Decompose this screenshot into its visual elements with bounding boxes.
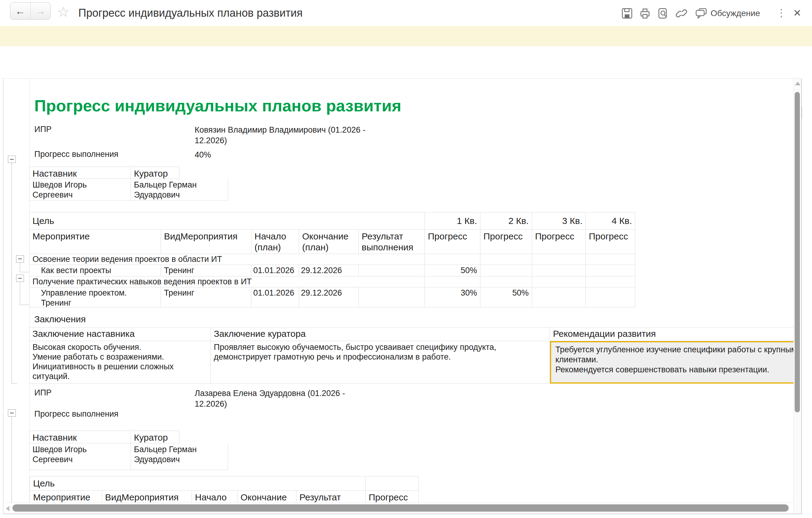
table-cell[interactable]: [481, 276, 532, 287]
quarter-header-cell[interactable]: 4 Кв.: [586, 212, 635, 230]
q4-progress-cell[interactable]: [586, 287, 635, 307]
activity-kind-cell[interactable]: Тренинг: [161, 287, 252, 307]
table-cell[interactable]: [532, 254, 586, 265]
curator-header-cell[interactable]: Куратор: [131, 166, 179, 179]
column-header-cell[interactable]: Окончание (план): [299, 230, 359, 254]
column-header-cell[interactable]: Начало (план): [252, 230, 299, 254]
group-line: [11, 417, 12, 502]
close-icon[interactable]: ✕: [793, 7, 801, 19]
group-line: [11, 163, 12, 383]
activity-cell[interactable]: Управление проектом. Тренинг: [29, 287, 161, 307]
mentor-table-2: Наставник Куратор Шведов Игорь Сергеевич…: [29, 431, 228, 470]
curator-cell[interactable]: Бальцер Герман Эдуардович: [131, 443, 228, 470]
ipr-value[interactable]: Ковязин Владимир Владимирович (01.2026 -…: [195, 125, 377, 146]
mentor-cell[interactable]: Шведов Игорь Сергеевич: [29, 443, 131, 470]
goal-header-cell[interactable]: Цель: [30, 476, 366, 491]
q1-progress-cell[interactable]: 50%: [425, 265, 481, 276]
goal-table-1: Цель 1 Кв. 2 Кв. 3 Кв. 4 Кв. Мероприятие…: [29, 212, 635, 307]
group-line: [11, 383, 17, 384]
group-collapse-button[interactable]: [16, 255, 24, 263]
discussion-label[interactable]: Обсуждение: [710, 8, 760, 18]
filter-bar: – ... Подразделение:: [0, 26, 812, 46]
back-button[interactable]: ←: [10, 3, 31, 19]
print-icon[interactable]: [639, 7, 651, 20]
ipr-label[interactable]: ИПР: [34, 125, 52, 134]
discussion-icon[interactable]: [695, 7, 707, 20]
group-line: [20, 305, 29, 305]
column-header-cell[interactable]: Прогресс: [481, 230, 532, 254]
report-panel: Прогресс индивидуальных планов развития …: [3, 78, 802, 514]
group-line: [20, 272, 29, 272]
column-header-cell[interactable]: Прогресс: [586, 230, 635, 254]
quarter-header-cell[interactable]: 3 Кв.: [532, 212, 586, 230]
scroll-up-arrow[interactable]: [795, 82, 801, 85]
group-collapse-button[interactable]: [16, 275, 24, 282]
progress-value[interactable]: 40%: [195, 150, 377, 160]
mentor-header-cell[interactable]: Наставник: [29, 431, 131, 443]
end-date-cell[interactable]: 29.12.2026: [299, 287, 359, 307]
goal-group-row[interactable]: Получение практических навыков ведения п…: [29, 276, 425, 287]
curator-header-cell[interactable]: Куратор: [131, 431, 179, 443]
result-cell[interactable]: [359, 265, 425, 276]
start-date-cell[interactable]: 01.01.2026: [252, 265, 299, 276]
column-header-cell[interactable]: Прогресс: [532, 230, 586, 254]
window-header: ← → ☆ Прогресс индивидуальных планов раз…: [0, 0, 812, 26]
nav-button-group: ← →: [10, 2, 51, 20]
result-cell[interactable]: [359, 287, 425, 307]
q3-progress-cell[interactable]: [532, 287, 586, 307]
quarter-header-cell[interactable]: 1 Кв.: [425, 212, 481, 230]
activity-kind-cell[interactable]: Тренинг: [161, 265, 252, 276]
table-cell[interactable]: [481, 254, 532, 265]
report-toolbar: Сформировать Настройки...: [0, 46, 812, 78]
column-header-cell[interactable]: ВидМероприятия: [161, 230, 252, 254]
end-date-cell[interactable]: 29.12.2026: [299, 265, 359, 276]
table-cell[interactable]: [586, 276, 635, 287]
mentor-cell[interactable]: Шведов Игорь Сергеевич: [29, 179, 131, 201]
curator-cell[interactable]: Бальцер Герман Эдуардович: [131, 179, 228, 201]
table-cell[interactable]: [366, 476, 419, 491]
mentor-conclusion-cell[interactable]: Высокая скорость обучения. Умение работа…: [29, 341, 211, 384]
favorite-star-icon[interactable]: ☆: [57, 4, 69, 20]
more-menu-icon[interactable]: ⋮: [776, 7, 786, 19]
recommendations-header[interactable]: Рекомендации развития: [550, 328, 802, 341]
curator-conclusion-cell[interactable]: Проявляет высокую обучаемость, быстро ус…: [211, 341, 550, 384]
mentor-conclusion-header[interactable]: Заключение наставника: [29, 328, 211, 341]
progress-label[interactable]: Прогресс выполнения: [34, 150, 118, 159]
mentor-header-cell[interactable]: Наставник: [29, 166, 131, 179]
goal-header-cell[interactable]: Цель: [29, 212, 425, 230]
vertical-scrollbar-thumb[interactable]: [795, 92, 800, 413]
horizontal-scrollbar-thumb[interactable]: [12, 504, 789, 512]
mentor-table-1: Наставник Куратор Шведов Игорь Сергеевич…: [29, 166, 228, 201]
quarter-header-cell[interactable]: 2 Кв.: [481, 212, 532, 230]
link-icon[interactable]: [675, 7, 688, 20]
table-cell[interactable]: [425, 254, 481, 265]
goal-group-row[interactable]: Освоение теории ведения проектов в облас…: [29, 254, 425, 265]
column-header-cell[interactable]: Прогресс: [425, 230, 481, 254]
ipr-value[interactable]: Лазарева Елена Эдуардовна (01.2026 - 12.…: [195, 388, 377, 409]
q3-progress-cell[interactable]: [532, 265, 586, 276]
ipr-label[interactable]: ИПР: [34, 388, 52, 398]
save-icon[interactable]: [621, 7, 633, 20]
forward-button[interactable]: →: [31, 3, 51, 19]
preview-icon[interactable]: [657, 7, 669, 20]
group-collapse-button[interactable]: [8, 409, 16, 417]
column-header-cell[interactable]: Результат выполнения: [359, 230, 425, 254]
recommendations-cell-selected[interactable]: Требуется углубленное изучение специфики…: [550, 341, 802, 384]
activity-cell[interactable]: Как вести проекты: [29, 265, 161, 276]
q1-progress-cell[interactable]: 30%: [425, 287, 481, 307]
progress-label[interactable]: Прогресс выполнения: [34, 409, 118, 419]
window-title: Прогресс индивидуальных планов развития: [78, 7, 303, 20]
group-collapse-button[interactable]: [8, 156, 16, 163]
conclusions-table: Заключение наставника Заключение куратор…: [29, 328, 802, 384]
curator-conclusion-header[interactable]: Заключение куратора: [211, 328, 550, 341]
column-header-cell[interactable]: Мероприятие: [29, 230, 161, 254]
table-cell[interactable]: [532, 276, 586, 287]
start-date-cell[interactable]: 01.01.2026: [252, 287, 299, 307]
q2-progress-cell[interactable]: 50%: [481, 287, 532, 307]
table-cell[interactable]: [586, 254, 635, 265]
report-title: Прогресс индивидуальных планов развития: [34, 96, 401, 115]
q4-progress-cell[interactable]: [586, 265, 635, 276]
scroll-left-arrow[interactable]: [6, 506, 9, 511]
q2-progress-cell[interactable]: [481, 265, 532, 276]
table-cell[interactable]: [425, 276, 481, 287]
